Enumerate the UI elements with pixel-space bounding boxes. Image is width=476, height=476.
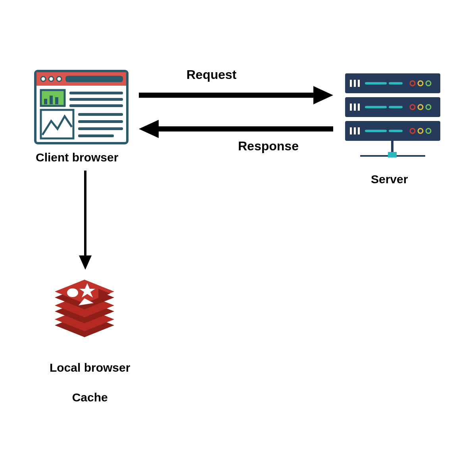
cache-label: Local browser Cache (24, 345, 143, 420)
svg-rect-10 (69, 92, 123, 94)
svg-rect-7 (44, 99, 47, 104)
svg-rect-12 (69, 104, 123, 107)
svg-rect-37 (350, 127, 352, 134)
svg-marker-63 (79, 255, 92, 270)
svg-rect-11 (69, 98, 123, 101)
cache-label-line2: Cache (72, 391, 108, 404)
server-icon (341, 73, 444, 169)
svg-rect-9 (55, 97, 58, 104)
svg-rect-19 (350, 80, 352, 87)
diagram-canvas: Client browser (0, 0, 476, 476)
svg-rect-29 (354, 104, 356, 111)
client-browser-icon (34, 69, 129, 145)
svg-rect-31 (365, 106, 387, 108)
svg-rect-20 (354, 80, 356, 87)
svg-point-3 (49, 77, 54, 81)
svg-rect-47 (388, 152, 397, 157)
svg-rect-23 (389, 82, 403, 84)
svg-point-54 (67, 288, 78, 297)
svg-rect-28 (350, 104, 352, 111)
request-arrow-icon (139, 85, 333, 105)
svg-marker-59 (313, 86, 333, 104)
response-arrow-icon (139, 119, 333, 139)
svg-rect-30 (358, 104, 360, 111)
svg-rect-21 (358, 80, 360, 87)
svg-rect-14 (78, 113, 123, 116)
svg-marker-61 (139, 120, 159, 138)
svg-rect-13 (41, 110, 73, 138)
svg-point-4 (57, 77, 61, 81)
client-browser-label: Client browser (36, 151, 118, 164)
cache-icon (51, 270, 118, 337)
server-label: Server (371, 173, 408, 186)
svg-point-2 (41, 77, 46, 81)
svg-rect-40 (365, 130, 387, 132)
svg-rect-22 (365, 82, 387, 84)
svg-rect-16 (78, 127, 123, 130)
svg-rect-8 (50, 96, 53, 104)
svg-rect-17 (78, 134, 114, 137)
request-label: Request (186, 67, 236, 82)
svg-rect-15 (78, 120, 123, 123)
svg-rect-39 (358, 127, 360, 134)
response-label: Response (238, 139, 299, 154)
svg-rect-32 (389, 106, 403, 108)
cache-label-line1: Local browser (50, 361, 130, 374)
cache-arrow-icon (77, 171, 93, 270)
svg-rect-5 (65, 76, 123, 82)
svg-rect-38 (354, 127, 356, 134)
svg-rect-41 (389, 130, 403, 132)
